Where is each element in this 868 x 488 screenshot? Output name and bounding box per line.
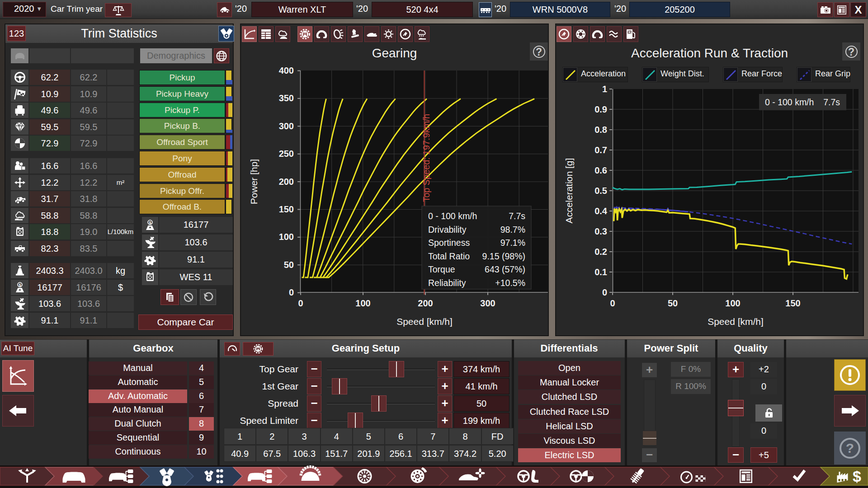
svg-text:150: 150 [279,204,294,214]
svg-text:150: 150 [785,298,800,308]
svg-text:$: $ [149,220,151,225]
svg-text:400: 400 [279,66,294,75]
svg-text:9.15 (98%): 9.15 (98%) [482,251,525,261]
svg-text:0: 0 [289,287,294,297]
svg-text:100: 100 [355,298,370,308]
svg-text:100: 100 [725,298,740,308]
svg-text:Drivability: Drivability [428,225,467,235]
svg-text:0.4: 0.4 [594,206,608,216]
svg-text:0.1: 0.1 [594,267,607,277]
svg-text:Reliability: Reliability [428,278,466,288]
svg-text:97.1%: 97.1% [500,238,525,248]
svg-text:7.7s: 7.7s [823,97,840,107]
svg-text:200: 200 [279,177,294,187]
svg-text:1: 1 [602,84,607,94]
svg-text:0.3: 0.3 [594,226,607,236]
svg-text:250: 250 [279,149,294,159]
svg-text:Total Ratio: Total Ratio [428,251,470,261]
svg-text:Speed [km/h]: Speed [km/h] [396,316,453,327]
svg-text:0: 0 [298,298,303,308]
svg-text:Speed [km/h]: Speed [km/h] [708,316,764,327]
svg-text:$: $ [19,282,21,287]
svg-text:?: ? [846,441,854,455]
svg-text:0: 0 [602,287,607,297]
svg-text:50: 50 [284,260,294,270]
svg-text:350: 350 [279,93,294,103]
svg-text:0.8: 0.8 [594,125,607,135]
svg-text:0.9: 0.9 [594,104,607,114]
svg-text:Sportiness: Sportiness [428,238,470,248]
svg-text:$: $ [853,468,861,485]
svg-text:643 (57%): 643 (57%) [485,264,525,274]
svg-text:0.2: 0.2 [594,247,607,257]
svg-text:0.7: 0.7 [594,145,607,155]
svg-text:Top Speed: 197.9km/h: Top Speed: 197.9km/h [421,114,431,202]
svg-text:0.5: 0.5 [594,186,607,196]
svg-text:Power [hp]: Power [hp] [249,159,259,204]
svg-text:100: 100 [279,232,294,242]
svg-text:300: 300 [480,298,495,308]
svg-text:0: 0 [610,298,615,308]
svg-text:50: 50 [668,298,678,308]
svg-text:300: 300 [279,121,294,131]
svg-text:7.7s: 7.7s [509,211,525,221]
svg-text:+10.5%: +10.5% [495,278,525,288]
svg-text:200: 200 [418,298,433,308]
svg-text:0 - 100 km/h: 0 - 100 km/h [428,211,477,221]
svg-text:98.7%: 98.7% [500,225,525,235]
svg-text:Torque: Torque [428,264,455,274]
svg-text:0 - 100 km/h: 0 - 100 km/h [765,97,814,107]
svg-text:0.6: 0.6 [594,165,607,175]
svg-text:Acceleration [g]: Acceleration [g] [564,158,574,224]
